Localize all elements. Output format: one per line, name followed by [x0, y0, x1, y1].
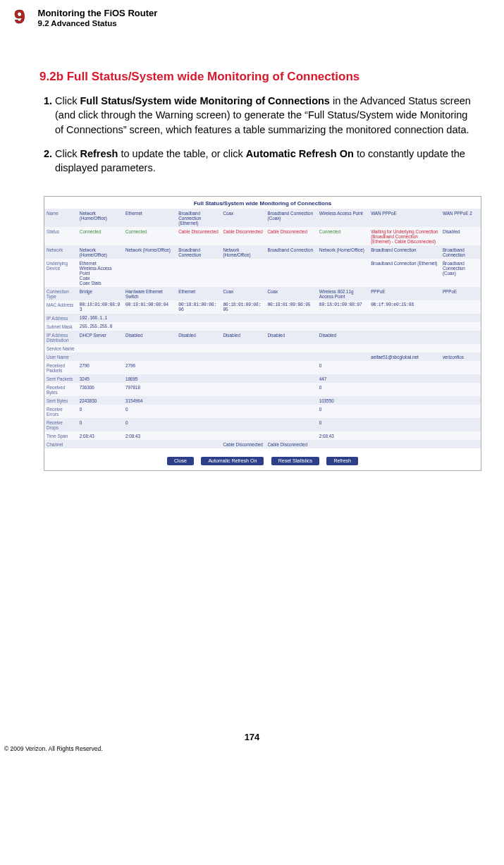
cell [441, 361, 481, 374]
cell: Disabled [266, 331, 317, 344]
cell: 2:08:43 [317, 431, 369, 440]
cell: Disabled [176, 331, 221, 344]
header-row: Name Network (Home/Office) Ethernet Broa… [44, 209, 481, 227]
cell: Cable Disconnected [221, 440, 265, 448]
col-wan-pppoe2[interactable]: WAN PPPoE 2 [441, 209, 481, 227]
row-received-bytes: Received Bytes 736306 797818 0 [44, 383, 481, 396]
cell [78, 352, 123, 361]
cell [221, 322, 265, 331]
col-wan-pppoe[interactable]: WAN PPPoE [369, 209, 441, 227]
cell [369, 374, 441, 383]
cell [78, 344, 123, 352]
cell [369, 322, 441, 331]
connections-table: Name Network (Home/Office) Ethernet Broa… [44, 209, 481, 448]
col-network[interactable]: Network (Home/Office) [78, 209, 123, 227]
cell [317, 440, 369, 448]
cell [221, 344, 265, 352]
instruction-list: Click Full Status/System wide Monitoring… [39, 94, 476, 175]
row-receive-errors: Receive Errors 0 0 0 [44, 405, 481, 418]
cell: Disabled [441, 227, 481, 245]
cell: 103550 [317, 396, 369, 405]
row-label: Subnet Mask [44, 322, 78, 331]
cell: Broadband Connection [176, 245, 221, 259]
cell [441, 374, 481, 383]
cell[interactable]: Ethernet Wireless Access Point Coax Coax… [78, 259, 123, 287]
cell: 2:08:43 [123, 431, 176, 440]
cell: 255.255.255.0 [78, 322, 123, 331]
row-label: Sent Packets [44, 374, 78, 383]
cell [441, 431, 481, 440]
cell [441, 322, 481, 331]
cell[interactable]: Broadband Connection (Ethernet) [369, 259, 441, 287]
cell: 00:1f:90:e0:15:98 [369, 300, 441, 314]
row-receive-drops: Receive Drops 0 0 0 [44, 418, 481, 431]
cell [441, 383, 481, 396]
cell [369, 383, 441, 396]
row-label: Service Name [44, 344, 78, 352]
col-bb-eth[interactable]: Broadband Connection (Ethernet) [176, 209, 221, 227]
copyright-text: © 2009 Verizon. All Rights Reserved. [4, 745, 504, 752]
section-number-title: 9.2 Advanced Status [38, 19, 158, 27]
cell [266, 322, 317, 331]
cell [78, 440, 123, 448]
cell [123, 440, 176, 448]
cell [123, 314, 176, 322]
reset-stats-button[interactable]: Reset Statistics [271, 457, 319, 465]
row-underlying-device: Underlying Device Ethernet Wireless Acce… [44, 259, 481, 287]
cell: Broadband Connection [441, 245, 481, 259]
cell: Network (Home/Office) [123, 245, 176, 259]
cell: 736306 [78, 383, 123, 396]
col-ethernet[interactable]: Ethernet [123, 209, 176, 227]
chapter-number: 9 [14, 7, 25, 27]
cell [221, 352, 265, 361]
cell [441, 314, 481, 322]
cell [221, 418, 265, 431]
cell [317, 259, 369, 287]
row-label: Connection Type [44, 287, 78, 300]
row-label: Sent Bytes [44, 396, 78, 405]
cell [369, 431, 441, 440]
cell: Cable Disconnected [266, 440, 317, 448]
cell: 2796 [78, 361, 123, 374]
cell [441, 300, 481, 314]
row-channel: Channel Cable Disconnected Cable Disconn… [44, 440, 481, 448]
cell [266, 431, 317, 440]
col-bb-coax[interactable]: Broadband Connection (Coax) [266, 209, 317, 227]
instruction-step-1: Click Full Status/System wide Monitoring… [55, 94, 476, 137]
row-label: Receive Drops [44, 418, 78, 431]
cell: 447 [317, 374, 369, 383]
row-received-packets: Received Packets 2796 2796 0 [44, 361, 481, 374]
cell [266, 361, 317, 374]
row-status: Status Connected Connected Cable Disconn… [44, 227, 481, 245]
step-text: to update the table, or click [118, 148, 245, 159]
auto-refresh-button[interactable]: Automatic Refresh On [201, 457, 264, 465]
cell [317, 352, 369, 361]
cell [221, 431, 265, 440]
cell: 00:18:01:09:08:95 [221, 300, 265, 314]
cell: 00:18:01:09:08:94 [123, 300, 176, 314]
col-wireless[interactable]: Wireless Access Point [317, 209, 369, 227]
cell [369, 396, 441, 405]
cell [266, 344, 317, 352]
close-button[interactable]: Close [167, 457, 194, 465]
cell[interactable]: Broadband Connection (Coax) [441, 259, 481, 287]
row-label: IP Address [44, 314, 78, 322]
cell [317, 322, 369, 331]
cell [123, 322, 176, 331]
row-label: Receive Errors [44, 405, 78, 418]
cell [221, 361, 265, 374]
cell [176, 361, 221, 374]
row-label: Status [44, 227, 78, 245]
cell [266, 352, 317, 361]
cell: Hardware Ethernet Switch [123, 287, 176, 300]
cell: 00:18:01:09:08:96 [176, 300, 221, 314]
cell [123, 352, 176, 361]
row-service-name: Service Name [44, 344, 481, 352]
refresh-button[interactable]: Refresh [326, 457, 358, 465]
cell [176, 431, 221, 440]
cell: 0 [123, 418, 176, 431]
row-ip-address: IP Address 192.168.1.1 [44, 314, 481, 322]
cell [441, 344, 481, 352]
col-coax[interactable]: Coax [221, 209, 265, 227]
row-subnet-mask: Subnet Mask 255.255.255.0 [44, 322, 481, 331]
